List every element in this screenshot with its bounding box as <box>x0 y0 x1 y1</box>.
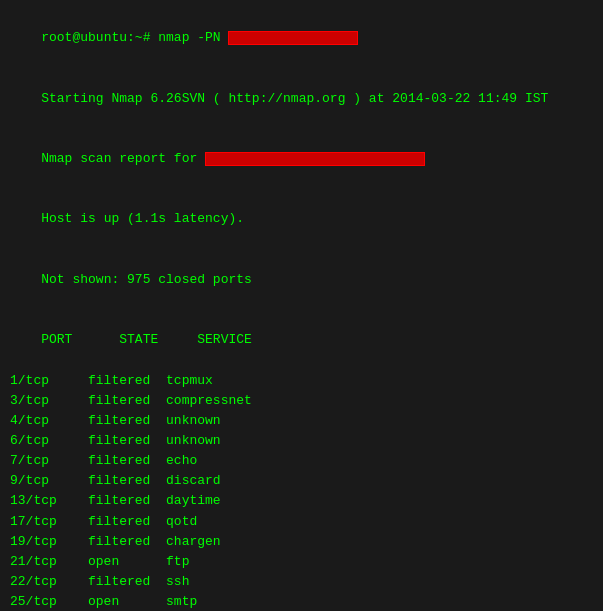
not-shown-line: Not shown: 975 closed ports <box>10 250 593 310</box>
table-row: 21/tcp open ftp <box>10 552 593 572</box>
table-row: 9/tcp filtered discard <box>10 471 593 491</box>
host-up-line: Host is up (1.1s latency). <box>10 189 593 249</box>
table-row: 3/tcp filtered compressnet <box>10 391 593 411</box>
nmap-start-line: Starting Nmap 6.26SVN ( http://nmap.org … <box>10 68 593 128</box>
port-table: 1/tcp filtered tcpmux3/tcp filtered comp… <box>10 371 593 611</box>
table-row: 25/tcp open smtp <box>10 592 593 611</box>
redacted-ip-1 <box>228 31 358 45</box>
table-header: PORT STATE SERVICE <box>10 310 593 370</box>
prompt-text: root@ubuntu:~# nmap -PN <box>41 30 228 45</box>
table-row: 6/tcp filtered unknown <box>10 431 593 451</box>
terminal-container: root@ubuntu:~# nmap -PN Starting Nmap 6.… <box>10 8 593 611</box>
table-row: 4/tcp filtered unknown <box>10 411 593 431</box>
table-row: 22/tcp filtered ssh <box>10 572 593 592</box>
table-row: 13/tcp filtered daytime <box>10 491 593 511</box>
scan-report-line: Nmap scan report for <box>10 129 593 189</box>
table-row: 7/tcp filtered echo <box>10 451 593 471</box>
command-line: root@ubuntu:~# nmap -PN <box>10 8 593 68</box>
table-row: 19/tcp filtered chargen <box>10 532 593 552</box>
table-row: 1/tcp filtered tcpmux <box>10 371 593 391</box>
table-row: 17/tcp filtered qotd <box>10 512 593 532</box>
redacted-ip-2 <box>205 152 425 166</box>
